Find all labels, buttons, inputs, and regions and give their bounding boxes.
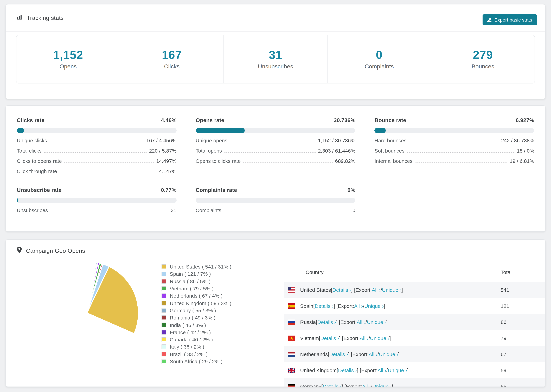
tracking-stats-card: Tracking stats Export basic stats 1,152 … — [6, 4, 545, 99]
country-total: 67 — [501, 351, 545, 357]
country-name: Netherlands — [300, 351, 328, 357]
complaints-rate-title: Complaints rate — [196, 187, 237, 193]
legend-item-united-kingdom: United Kingdom ( 59 / 3% ) — [162, 300, 231, 307]
bounce-rate-value: 6.927% — [516, 117, 534, 124]
export-prefix: ] [Export: — [348, 351, 369, 357]
export-all-link[interactable]: All › — [369, 351, 377, 357]
geo-opens-legend: United States ( 541 / 31% )Spain ( 121 /… — [162, 263, 231, 365]
stat-opens: 1,152 Opens — [16, 35, 120, 83]
opens-count: 1,152 — [53, 48, 83, 62]
legend-swatch — [162, 301, 166, 305]
legend-swatch — [162, 315, 166, 320]
clicks-label: Clicks — [164, 63, 180, 70]
bracket: ] — [386, 319, 388, 325]
export-prefix: ] [Export: — [351, 287, 372, 293]
stat-line: Soft bounces18 / 0% — [374, 148, 534, 154]
export-unique-link[interactable]: Unique › — [367, 319, 386, 325]
details-link[interactable]: Details › — [329, 351, 348, 357]
legend-item-netherlands: Netherlands ( 67 / 4% ) — [162, 292, 231, 300]
opens-rate-value: 30.736% — [334, 117, 355, 124]
geo-table-row-de: Germany [Details ›] [Export: All › / Uni… — [284, 378, 545, 387]
legend-swatch — [162, 345, 166, 349]
page: Tracking stats Export basic stats 1,152 … — [0, 0, 551, 392]
geo-opens-title: Campaign Geo Opens — [17, 247, 85, 255]
stat-boxes: 1,152 Opens 167 Clicks 31 Unsubscribes 0… — [16, 35, 535, 84]
details-link[interactable]: Details › — [332, 287, 351, 293]
legend-item-canada: Canada ( 40 / 2% ) — [162, 336, 231, 343]
country-name: Vietnam — [300, 335, 319, 341]
tracking-stats-title: Tracking stats — [17, 14, 64, 22]
us-flag-icon — [288, 287, 295, 293]
geo-table-row-ru: Russia [Details ›] [Export: All › / Uniq… — [284, 314, 545, 330]
details-link[interactable]: Details › — [320, 335, 339, 341]
nl-flag-icon — [288, 351, 295, 357]
opens-rate-panel: Opens rate 30.736% Unique opens1,152 / 3… — [196, 117, 355, 174]
country-total: 59 — [501, 367, 545, 373]
country-total: 541 — [501, 287, 545, 293]
export-basic-stats-button[interactable]: Export basic stats — [482, 14, 537, 25]
complaints-count: 0 — [376, 48, 383, 62]
clicks-rate-panel: Clicks rate 4.46% Unique clicks167 / 4.4… — [17, 117, 177, 174]
tracking-stats-header: Tracking stats Export basic stats — [6, 4, 545, 32]
geo-table-row-gb: United Kingdom [Details ›] [Export: All … — [284, 362, 545, 378]
country-total: 55 — [501, 384, 545, 387]
legend-item-spain: Spain ( 121 / 7% ) — [162, 270, 231, 278]
details-link[interactable]: Details › — [323, 384, 342, 387]
export-all-link[interactable]: All › — [362, 384, 371, 387]
geo-opens-title-text: Campaign Geo Opens — [26, 247, 85, 254]
stat-line: Unique opens1,152 / 30.736% — [196, 138, 355, 143]
export-unique-link[interactable]: Unique › — [382, 287, 402, 293]
export-unique-link[interactable]: Unique › — [364, 303, 384, 309]
geo-opens-pie-chart[interactable] — [34, 260, 140, 366]
country-column-header: Country — [284, 269, 501, 275]
country-name: United Kingdom — [300, 367, 337, 373]
clicks-rate-value: 4.46% — [161, 117, 177, 124]
unsubscribe-rate-title: Unsubscribe rate — [17, 187, 61, 193]
unsubscribes-label: Unsubscribes — [258, 63, 293, 70]
export-unique-link[interactable]: Unique › — [388, 367, 407, 373]
legend-swatch — [162, 323, 166, 327]
legend-swatch — [162, 294, 166, 298]
details-link[interactable]: Details › — [315, 303, 333, 309]
details-link[interactable]: Details › — [338, 367, 357, 373]
legend-item-vietnam: Vietnam ( 79 / 5% ) — [162, 285, 231, 292]
bracket: ] — [407, 367, 409, 373]
export-unique-link[interactable]: Unique › — [372, 384, 392, 387]
export-unique-link[interactable]: Unique › — [370, 335, 389, 341]
slash: / — [371, 384, 372, 387]
stat-line: Complaints0 — [196, 207, 355, 213]
country-name: Germany — [300, 384, 321, 387]
legend-item-italy: Italy ( 36 / 2% ) — [162, 343, 231, 351]
country-total: 79 — [501, 335, 545, 341]
legend-swatch — [162, 337, 166, 342]
export-all-link[interactable]: All › — [372, 287, 381, 293]
map-pin-icon — [17, 247, 22, 255]
tracking-stats-title-text: Tracking stats — [27, 14, 64, 21]
export-all-link[interactable]: All › — [357, 319, 366, 325]
opens-label: Opens — [60, 63, 77, 70]
rates-card: Clicks rate 4.46% Unique clicks167 / 4.4… — [6, 105, 545, 231]
legend-swatch — [162, 330, 166, 334]
bracket: [ — [316, 319, 317, 325]
details-link[interactable]: Details › — [317, 319, 336, 325]
export-all-link[interactable]: All › — [377, 367, 386, 373]
export-prefix: ] [Export: — [357, 367, 377, 373]
export-prefix: ] [Export: — [333, 303, 354, 309]
geo-table-row-nl: Netherlands [Details ›] [Export: All › /… — [284, 346, 545, 362]
stat-line: Unique clicks167 / 4.456% — [17, 138, 177, 143]
stat-line: Total clicks220 / 5.87% — [17, 148, 177, 154]
bounces-count: 279 — [473, 48, 493, 62]
country-total: 86 — [501, 319, 545, 325]
export-unique-link[interactable]: Unique › — [379, 351, 398, 357]
stat-line: Opens to clicks rate689.82% — [196, 158, 355, 164]
legend-swatch — [162, 287, 166, 291]
bounce-rate-panel: Bounce rate 6.927% Hard bounces242 / 86.… — [374, 117, 534, 174]
export-all-link[interactable]: All › — [360, 335, 369, 341]
slash: / — [363, 303, 364, 309]
bracket: ] — [389, 335, 391, 341]
legend-item-india: India ( 46 / 3% ) — [162, 321, 231, 329]
legend-swatch — [162, 279, 166, 283]
export-all-link[interactable]: All › — [354, 303, 363, 309]
stat-line: Internal bounces19 / 6.81% — [374, 158, 534, 164]
gb-flag-icon — [288, 368, 295, 373]
